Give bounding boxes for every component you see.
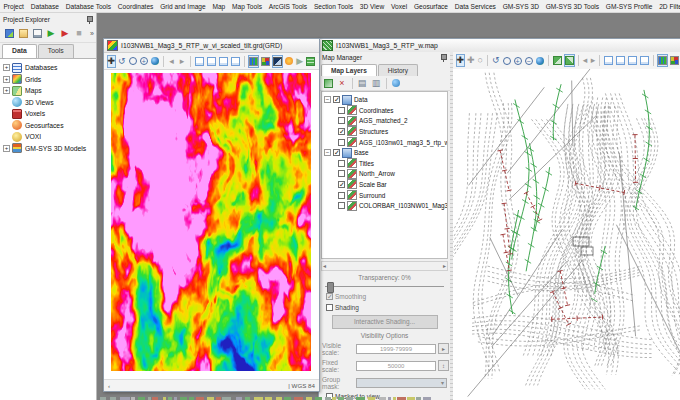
grid-window-titlebar[interactable]: I103NWB1_Mag3_5_RTP_w_vi_scaled_tilt.grd…: [104, 39, 319, 53]
display-map-icon[interactable]: [31, 27, 44, 40]
zoom-in-icon[interactable]: +: [139, 55, 149, 68]
map-green-2-icon[interactable]: [564, 54, 575, 67]
expander-icon[interactable]: +: [3, 145, 10, 152]
colormap-icon[interactable]: [260, 55, 271, 68]
expand-all-icon[interactable]: ▤: [356, 77, 369, 90]
layer-checkbox[interactable]: [333, 149, 340, 156]
page-icon[interactable]: [603, 54, 614, 67]
expander-icon[interactable]: +: [3, 76, 10, 83]
expander-icon[interactable]: +: [3, 64, 10, 71]
circle-icon[interactable]: ○: [477, 54, 484, 67]
page-icon[interactable]: [230, 55, 241, 68]
layer-ags-i103nw01-mag3-5-rtp-w-rtp-vs1[interactable]: AGS_i103nw01_mag3_5_rtp_w_rtp_vs1: [322, 137, 447, 148]
map-window-titlebar[interactable]: I103NWB1_Mag3_5_RTP_w.map: [319, 39, 680, 53]
layer-del-icon[interactable]: ×: [336, 77, 349, 90]
globe-icon[interactable]: [150, 55, 160, 68]
hscroll-left-arrow[interactable]: ◂: [323, 262, 326, 269]
layer-checkbox[interactable]: [338, 139, 345, 146]
pan-tool-icon[interactable]: ✚: [107, 55, 117, 68]
layer-structures[interactable]: Structures: [322, 126, 447, 137]
menu-item-arcgis-tools[interactable]: ArcGIS Tools: [265, 3, 310, 10]
menu-item-section-tools[interactable]: Section Tools: [311, 3, 357, 10]
collapse-all-icon[interactable]: ▥: [370, 77, 383, 90]
menu-item-coordinates[interactable]: Coordinates: [114, 3, 156, 10]
menu-item-database[interactable]: Database: [27, 3, 62, 10]
help-icon[interactable]: [390, 77, 403, 90]
toolbar-overflow-button[interactable]: »: [90, 30, 94, 37]
tree-item-maps[interactable]: +Maps: [0, 85, 96, 97]
layer-checkbox[interactable]: [338, 170, 345, 177]
page-icon[interactable]: [615, 54, 626, 67]
sun-icon[interactable]: [284, 55, 294, 68]
tab-data[interactable]: Data: [2, 44, 37, 58]
pan-tool-icon[interactable]: ✚: [456, 54, 466, 67]
menu-item-project[interactable]: Project: [0, 3, 27, 10]
globe-icon[interactable]: [535, 54, 545, 67]
zoom-dynamic-icon[interactable]: [502, 54, 512, 67]
move-icon[interactable]: ✚: [466, 54, 476, 67]
back-icon[interactable]: ◂: [582, 54, 589, 67]
zoom-dynamic-icon[interactable]: [128, 55, 138, 68]
layer-surround[interactable]: Surround: [322, 190, 447, 201]
slider-thumb[interactable]: [327, 282, 334, 293]
menu-item-gm-sys-profile[interactable]: GM-SYS Profile: [602, 3, 655, 10]
histogram-icon[interactable]: [248, 55, 259, 68]
visible-scale-button[interactable]: ▸: [438, 343, 449, 354]
page-icon[interactable]: [639, 54, 650, 67]
green-grid-icon[interactable]: [305, 55, 316, 68]
page-icon[interactable]: [627, 54, 638, 67]
colormap-icon[interactable]: [669, 54, 680, 67]
stop-icon[interactable]: ■: [73, 27, 86, 40]
expander-icon[interactable]: −: [324, 149, 331, 156]
layer-checkbox[interactable]: [333, 96, 340, 103]
menu-item-map[interactable]: Map: [209, 3, 229, 10]
menu-item-3d-view[interactable]: 3D View: [356, 3, 387, 10]
layer-north-arrow[interactable]: North_Arrow: [322, 169, 447, 180]
layer-titles[interactable]: Titles: [322, 158, 447, 169]
tree-item-voxi[interactable]: VOXI: [0, 131, 96, 143]
page-icon[interactable]: [218, 55, 229, 68]
fixed-scale-button[interactable]: ↕: [438, 360, 449, 371]
expander-icon[interactable]: +: [3, 87, 10, 94]
structure-map[interactable]: [453, 69, 680, 400]
grid-scroll-left-arrow[interactable]: ‹: [108, 382, 110, 389]
layer-ags-matched-2[interactable]: AGS_matched_2: [322, 116, 447, 127]
layer-scale-bar[interactable]: Scale Bar: [322, 179, 447, 190]
layer-colorbar-i103nw01-mag3-5-rtp[interactable]: COLORBAR_I103NW01_Mag3_5_RTP...: [322, 200, 447, 211]
transparency-slider[interactable]: [325, 282, 444, 290]
tree-item-grids[interactable]: +Grids: [0, 74, 96, 86]
hscroll-right-arrow[interactable]: ▸: [443, 262, 446, 269]
map-manager-hscrollbar[interactable]: ◂ ▸: [321, 261, 448, 271]
group-mask-dropdown[interactable]: ▾: [356, 378, 447, 388]
zoom-in-icon[interactable]: +: [513, 54, 523, 67]
page-icon[interactable]: [194, 55, 205, 68]
menu-item-database-tools[interactable]: Database Tools: [62, 3, 114, 10]
tree-item-3d-views[interactable]: 3D Views: [0, 97, 96, 109]
layer-checkbox[interactable]: [338, 160, 345, 167]
layer-checkbox[interactable]: [338, 202, 345, 209]
menu-item-voxel[interactable]: Voxel: [388, 3, 411, 10]
forward-icon[interactable]: ▸: [177, 55, 187, 68]
layer-add-icon[interactable]: [322, 77, 335, 90]
map-manager-pin-icon[interactable]: [440, 53, 447, 62]
open-folder-icon[interactable]: [17, 27, 30, 40]
visible-scale-input[interactable]: [356, 344, 436, 354]
tab-tools[interactable]: Tools: [38, 44, 74, 58]
run-red-icon[interactable]: ▶: [59, 27, 72, 40]
magnetic-grid-image[interactable]: [111, 73, 311, 371]
run-green-icon[interactable]: ▶: [45, 27, 58, 40]
layer-checkbox[interactable]: [338, 128, 345, 135]
menu-item-data-services[interactable]: Data Services: [451, 3, 499, 10]
map-green-icon[interactable]: [552, 54, 563, 67]
pin-icon[interactable]: [86, 15, 93, 24]
tree-item-geosurfaces[interactable]: Geosurfaces: [0, 120, 96, 132]
rotate-icon[interactable]: ↺: [491, 54, 501, 67]
menu-item-2d-filtering[interactable]: 2D Filtering: [656, 3, 680, 10]
layer-group-base[interactable]: −Base: [322, 147, 447, 158]
menu-item-geosurface[interactable]: Geosurface: [411, 3, 452, 10]
histogram-icon[interactable]: [657, 54, 668, 67]
rotate-icon[interactable]: ↺: [117, 55, 127, 68]
layer-checkbox[interactable]: [338, 107, 345, 114]
back-icon[interactable]: ◂: [167, 55, 177, 68]
page-icon[interactable]: [206, 55, 217, 68]
